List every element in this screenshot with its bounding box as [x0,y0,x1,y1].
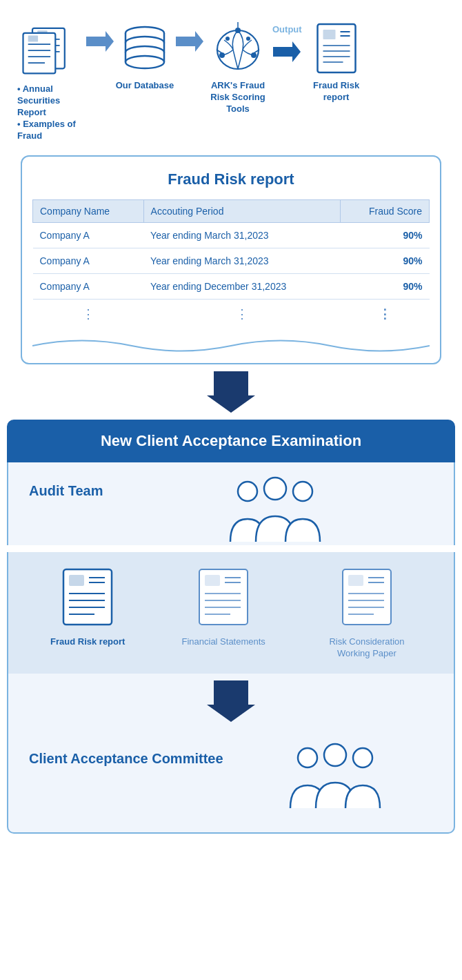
annual-securities-icon [14,21,76,76]
flow-arrow-3 [273,36,301,62]
svg-marker-73 [207,680,255,722]
doc-risk-consideration: Risk Consideration Working Paper [322,566,412,660]
flow-arrow-output: Output [272,21,302,62]
cac-people-icon [237,743,433,812]
svg-rect-66 [348,575,363,586]
svg-marker-26 [176,31,203,52]
doc-risk-label: Risk Consideration Working Paper [322,636,412,660]
flow-arrow-2 [176,21,203,72]
ncae-section: New Client Acceptance Examination [7,420,455,462]
flow-item-annual: Annual Securities Report Examples of Fra… [14,21,86,141]
table-row: Company A Year ending March 31,2023 90% [33,248,430,274]
company-a-1: Company A [33,223,144,248]
svg-point-27 [217,30,259,69]
cac-row: Client Acceptance Committee [29,743,433,812]
database-label: Our Database [116,80,174,92]
doc-fraud-risk-label: Fraud Risk report [50,636,125,648]
period-3: Year ending December 31,2023 [143,274,341,300]
svg-point-29 [219,52,225,58]
audit-people-icon [117,476,433,545]
flow-section: Annual Securities Report Examples of Fra… [0,0,462,148]
wave-decoration [32,335,430,356]
svg-marker-45 [207,371,255,413]
period-1: Year ending March 31,2023 [143,223,341,248]
database-icon [114,21,176,76]
svg-point-31 [225,37,230,41]
svg-point-25 [125,56,164,68]
svg-rect-11 [28,36,38,42]
audit-row: Audit Team [29,476,433,545]
fraud-report-icon [305,21,368,76]
doc-risk-icon [339,566,394,631]
svg-rect-58 [205,575,220,586]
cac-section: Client Acceptance Committee [7,729,455,834]
doc-financial-statements: Financial Statements [181,566,265,648]
score-1: 90% [341,223,430,248]
big-arrow-down-2 [7,674,455,729]
flow-item-ark-tools: ARK's Fraud Risk Scoring Tools [203,21,272,115]
svg-rect-38 [323,30,335,39]
dots-1: ⋮ [33,300,144,329]
svg-marker-36 [273,41,301,62]
dots-2: ⋮ [143,300,341,329]
big-arrow-down-1 [0,371,462,413]
svg-point-28 [235,28,241,33]
svg-rect-6 [23,33,56,73]
output-label: Output [272,24,302,35]
col-fraud-score: Fraud Score [341,200,430,223]
doc-financial-icon [196,566,251,631]
table-row: Company A Year ending December 31,2023 9… [33,274,430,300]
company-a-2: Company A [33,248,144,274]
doc-financial-label: Financial Statements [181,636,265,648]
svg-point-75 [324,744,346,766]
score-2: 90% [341,248,430,274]
fraud-risk-report-section: Fraud Risk report Company Name Accouting… [21,155,441,364]
col-company-name: Company Name [33,200,144,223]
audit-section: Audit Team [7,462,455,545]
flow-item-fraud-report: Fraud Risk report [302,21,371,104]
cac-label: Client Acceptance Committee [29,743,223,767]
docs-row: Fraud Risk report Financial Statements [7,552,455,674]
col-accounting-period: Accouting Period [143,200,341,223]
audit-team-label: Audit Team [29,476,103,499]
svg-point-74 [298,748,317,767]
flow-item-database: Our Database [114,21,176,92]
flow-arrow-1 [86,21,114,72]
ark-tools-icon [207,21,269,76]
svg-marker-12 [86,31,114,52]
svg-point-48 [293,482,312,501]
period-2: Year ending March 31,2023 [143,248,341,274]
svg-point-46 [238,482,257,501]
doc-fraud-risk-icon [60,566,115,631]
annual-securities-labels: Annual Securities Report Examples of Fra… [17,76,86,141]
svg-point-76 [353,748,372,767]
ncae-title: New Client Acceptance Examination [21,432,441,450]
svg-point-32 [246,37,250,41]
doc-fraud-risk-report: Fraud Risk report [50,566,125,648]
svg-rect-50 [69,575,84,586]
annual-securities-label: Annual Securities Report Examples of Fra… [17,84,86,141]
svg-point-30 [251,52,257,58]
company-a-3: Company A [33,274,144,300]
svg-point-47 [264,478,286,500]
fraud-risk-table: Company Name Accouting Period Fraud Scor… [32,199,430,329]
table-row: Company A Year ending March 31,2023 90% [33,223,430,248]
ark-tools-label: ARK's Fraud Risk Scoring Tools [203,80,272,115]
score-3: 90% [341,274,430,300]
dots-3: ⋮ [341,300,430,329]
report-title: Fraud Risk report [32,170,430,188]
fraud-risk-report-label: Fraud Risk report [302,80,371,104]
table-row-dots: ⋮ ⋮ ⋮ [33,300,430,329]
